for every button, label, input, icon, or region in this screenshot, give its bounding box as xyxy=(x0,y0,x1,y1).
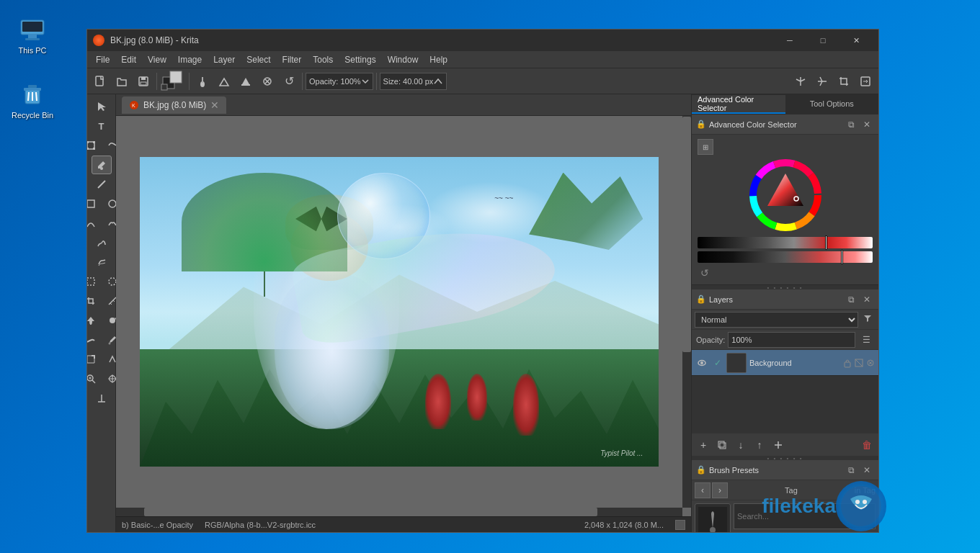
curve-tool[interactable] xyxy=(87,214,101,233)
layer-thumbnail-background xyxy=(726,353,747,373)
new-document-button[interactable] xyxy=(90,71,110,91)
horizontal-scrollbar[interactable] xyxy=(116,508,682,516)
svg-point-60 xyxy=(700,361,703,364)
menu-select[interactable]: Select xyxy=(241,53,276,66)
open-document-button[interactable] xyxy=(112,71,132,91)
canvas-viewport[interactable]: ~~ ~~ Typist Pilot ... xyxy=(116,116,691,516)
rect-tool[interactable] xyxy=(87,194,101,213)
open-doc-icon xyxy=(116,76,128,87)
layer-list[interactable]: ✓ Background xyxy=(692,350,878,433)
panel-close-button[interactable]: ✕ xyxy=(860,117,874,132)
wrap-button[interactable] xyxy=(855,71,876,91)
duplicate-layer-button[interactable] xyxy=(713,436,731,454)
line-tool[interactable] xyxy=(92,175,112,194)
delete-layer-button[interactable]: 🗑 xyxy=(858,436,876,454)
transform-tool[interactable] xyxy=(87,136,101,155)
canvas-tab-close[interactable]: ✕ xyxy=(210,99,219,111)
vertical-scrollbar-thumb[interactable] xyxy=(682,117,691,351)
layers-filter-button[interactable] xyxy=(860,312,876,328)
menu-view[interactable]: View xyxy=(142,53,172,66)
layer-options-button[interactable]: ☰ xyxy=(858,332,874,348)
fill-tool[interactable] xyxy=(87,311,101,330)
flower-1 xyxy=(425,374,451,429)
assistants-tool[interactable] xyxy=(92,389,112,408)
svg-rect-10 xyxy=(96,76,103,86)
brush-prev-button[interactable]: ‹ xyxy=(695,482,710,498)
opacity-slider-container[interactable]: 100% xyxy=(728,332,855,348)
refresh-button[interactable]: ↺ xyxy=(279,71,299,91)
layers-float-button[interactable]: ⧉ xyxy=(844,292,858,307)
text-tool[interactable]: T xyxy=(92,117,112,135)
brush-preset-basic[interactable] xyxy=(695,503,731,532)
size-control[interactable]: Size: 40.00 px xyxy=(380,73,447,90)
fill-button[interactable] xyxy=(236,71,256,91)
value-cursor xyxy=(841,250,843,264)
add-layer-button[interactable]: + xyxy=(695,436,712,454)
brush-close-button[interactable]: ✕ xyxy=(860,463,874,477)
desktop-icon-recycle-bin[interactable]: Recycle Bin xyxy=(7,79,58,120)
opacity-control[interactable]: Opacity: 100% xyxy=(306,73,373,90)
layers-bottom-toolbar: + ↓ ↑ 🗑 xyxy=(692,433,878,456)
transform-button[interactable] xyxy=(257,71,277,91)
smudge-tool[interactable] xyxy=(87,331,101,349)
crop-button[interactable] xyxy=(834,71,854,91)
color-gradient-bar[interactable] xyxy=(698,237,873,248)
close-button[interactable]: ✕ xyxy=(839,30,873,51)
move-down-button[interactable]: ↓ xyxy=(732,436,749,454)
zoom-tool[interactable] xyxy=(87,369,101,388)
menu-help[interactable]: Help xyxy=(424,53,453,66)
tab-advanced-color-selector[interactable]: Advanced Color Selector xyxy=(692,95,785,114)
brush-presets-button[interactable] xyxy=(192,71,213,91)
vertical-scrollbar[interactable] xyxy=(682,116,691,508)
layers-blend-mode-select[interactable]: Normal xyxy=(695,312,858,328)
flip-v-button[interactable] xyxy=(812,71,832,91)
layer-check-icon[interactable]: ✓ xyxy=(712,357,723,369)
new-doc-icon xyxy=(94,76,106,87)
minimize-button[interactable]: ─ xyxy=(773,30,806,51)
color-reset-button[interactable]: ↺ xyxy=(698,266,712,280)
panel-float-button[interactable]: ⧉ xyxy=(844,117,858,132)
color-selector-content: ⊞ xyxy=(692,135,878,284)
separator-3 xyxy=(302,73,303,90)
menu-filter[interactable]: Filter xyxy=(277,53,308,66)
move-up-button[interactable]: ↑ xyxy=(751,436,768,454)
color-view-hsv[interactable]: ⊞ xyxy=(698,139,713,155)
eraser-button[interactable] xyxy=(214,71,234,91)
svg-point-28 xyxy=(100,167,103,170)
merge-layers-button[interactable] xyxy=(770,436,787,454)
dynamic-brush-tool[interactable] xyxy=(92,253,112,271)
brush-next-button[interactable]: › xyxy=(712,482,728,498)
canvas-tab-bk[interactable]: K BK.jpg (8.0 MiB) ✕ xyxy=(122,96,226,114)
menu-settings[interactable]: Settings xyxy=(339,53,381,66)
horizontal-scrollbar-thumb[interactable] xyxy=(144,508,597,516)
flip-h-button[interactable] xyxy=(790,71,811,91)
svg-text:K: K xyxy=(132,103,135,108)
maximize-button[interactable]: □ xyxy=(806,30,839,51)
menu-layer[interactable]: Layer xyxy=(208,53,241,66)
separator-4 xyxy=(376,73,377,90)
menu-file[interactable]: File xyxy=(90,53,115,66)
menu-edit[interactable]: Edit xyxy=(115,53,142,66)
rect-select-tool[interactable] xyxy=(87,272,101,291)
tab-tool-options[interactable]: Tool Options xyxy=(785,99,879,109)
duplicate-icon xyxy=(717,440,727,450)
freehand-tool[interactable] xyxy=(92,233,112,252)
color-value-bar[interactable] xyxy=(698,251,873,263)
layers-close-button[interactable]: ✕ xyxy=(860,292,874,307)
menu-window[interactable]: Window xyxy=(382,53,424,66)
crop-tool[interactable] xyxy=(87,292,101,310)
select-tool[interactable] xyxy=(92,97,112,116)
desktop-icon-this-pc[interactable]: This PC xyxy=(7,14,58,55)
layer-visibility-toggle[interactable] xyxy=(695,356,709,370)
layer-item-background[interactable]: ✓ Background xyxy=(692,350,878,376)
menu-image[interactable]: Image xyxy=(172,53,208,66)
resize-tool[interactable] xyxy=(87,350,101,369)
brush-float-button[interactable]: ⧉ xyxy=(844,463,858,477)
resize-handle[interactable] xyxy=(675,520,685,530)
save-button[interactable] xyxy=(133,71,153,91)
brush-tool[interactable] xyxy=(92,156,112,174)
svg-rect-15 xyxy=(170,71,182,83)
color-swatches[interactable] xyxy=(160,68,186,94)
menu-tools[interactable]: Tools xyxy=(307,53,339,66)
eye-icon xyxy=(697,358,707,368)
